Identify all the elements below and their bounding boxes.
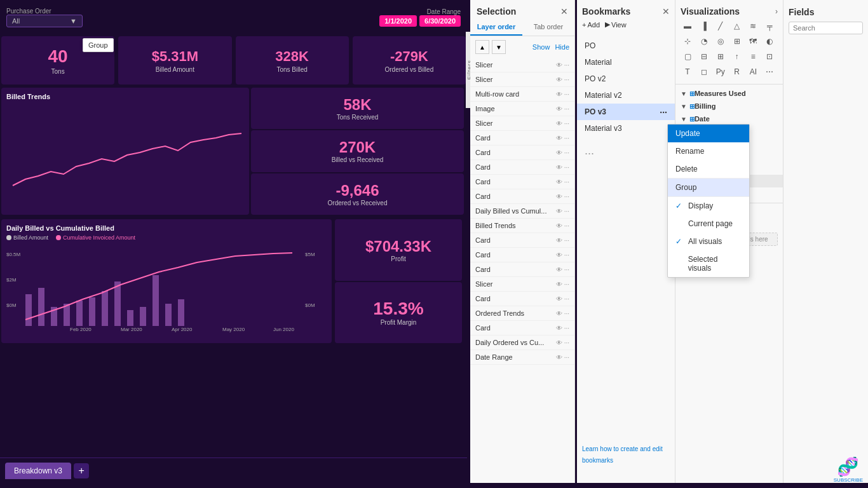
- kpi-profit-margin[interactable]: 15.3% Profit Margin: [335, 282, 462, 344]
- viz-icon-python[interactable]: Py: [714, 65, 728, 79]
- viz-icon-text[interactable]: T: [681, 65, 695, 79]
- bookmarks-more[interactable]: ...: [577, 142, 675, 163]
- bookmarks-panel-close[interactable]: ✕: [662, 6, 670, 17]
- viz-icon-matrix[interactable]: ⊞: [714, 50, 728, 64]
- date-start-input[interactable]: 1/1/2020: [379, 15, 417, 27]
- bookmarks-panel: Bookmarks ✕ + Add ▶ View PO Material PO …: [577, 0, 675, 483]
- viz-icon-area[interactable]: △: [730, 19, 744, 33]
- list-item[interactable]: Card👁 ···: [470, 160, 574, 175]
- tab-breakdown-v3[interactable]: Breakdown v3: [5, 463, 71, 479]
- date-inputs: 1/1/2020 6/30/2020: [379, 15, 461, 27]
- kpi-card-ordered-billed[interactable]: -279K Ordered vs Billed: [353, 36, 466, 85]
- list-item[interactable]: Billed Trends👁 ···: [470, 219, 574, 233]
- ctx-all-visuals[interactable]: ✓ All visuals: [668, 233, 749, 250]
- svg-text:$0M: $0M: [305, 302, 315, 308]
- list-item[interactable]: Card👁 ···: [470, 292, 574, 306]
- tab-bar: Breakdown v3 +: [0, 458, 467, 483]
- viz-icon-ribbon[interactable]: ≋: [746, 19, 760, 33]
- list-item[interactable]: Ordered Trends👁 ···: [470, 306, 574, 321]
- kpi-card-billed[interactable]: $5.31M Billed Amount: [118, 36, 231, 85]
- kpi-profit[interactable]: $704.33K Profit: [335, 219, 462, 281]
- ctx-delete[interactable]: Delete: [668, 160, 749, 178]
- list-item[interactable]: Slicer👁 ···: [470, 72, 574, 87]
- tab-layer-order[interactable]: Layer order: [470, 19, 522, 36]
- bookmark-more-icon[interactable]: ···: [660, 107, 667, 118]
- kpi-billed-received[interactable]: 270K Billed vs Received: [251, 130, 464, 172]
- tab-add-button[interactable]: +: [74, 463, 89, 478]
- bookmark-po[interactable]: PO: [577, 37, 675, 54]
- bookmarks-view-button[interactable]: ▶ View: [605, 20, 627, 29]
- list-item[interactable]: Card👁 ···: [470, 131, 574, 146]
- ctx-selected-visuals[interactable]: ✓ Selected visuals: [668, 250, 749, 277]
- ctx-update[interactable]: Update: [668, 125, 749, 142]
- bookmark-po-v2[interactable]: PO v2: [577, 71, 675, 87]
- bookmark-po-v3[interactable]: PO v3 ···: [577, 104, 675, 120]
- list-item[interactable]: Slicer👁 ···: [470, 58, 574, 72]
- bookmark-material[interactable]: Material: [577, 54, 675, 71]
- viz-icon-shape[interactable]: ◻: [697, 65, 711, 79]
- ctx-display[interactable]: ✓ Display: [668, 197, 749, 215]
- viz-icon-treemap[interactable]: ⊞: [730, 34, 744, 48]
- subscribe-button[interactable]: 🧬 SUBSCRIBE: [834, 456, 863, 483]
- list-item[interactable]: Daily Billed vs Cumul...👁 ···: [470, 204, 574, 219]
- viz-icon-r[interactable]: R: [730, 65, 744, 79]
- viz-icon-card[interactable]: ▢: [681, 50, 695, 64]
- viz-icon-line[interactable]: ╱: [714, 19, 728, 33]
- purchase-order-select[interactable]: All ▼: [6, 15, 83, 27]
- kpi-tons-received[interactable]: 58K Tons Received: [251, 88, 464, 129]
- viz-icon-column[interactable]: ▐: [697, 19, 711, 33]
- selection-panel-close[interactable]: ✕: [560, 6, 568, 17]
- viz-icon-gauge[interactable]: ◐: [763, 34, 776, 48]
- kpi-tons-value: 40: [48, 46, 68, 67]
- list-item[interactable]: Daily Ordered vs Cu...👁 ···: [470, 336, 574, 350]
- list-item[interactable]: Date Range👁 ···: [470, 350, 574, 365]
- viz-icon-map[interactable]: 🗺: [746, 34, 760, 48]
- list-item[interactable]: Card👁 ···: [470, 189, 574, 204]
- bookmarks-add-button[interactable]: + Add: [582, 20, 600, 29]
- ctx-group[interactable]: Group: [668, 179, 749, 196]
- list-item[interactable]: Card👁 ···: [470, 146, 574, 160]
- viz-icon-donut[interactable]: ◎: [714, 34, 728, 48]
- list-item[interactable]: Card👁 ···: [470, 248, 574, 262]
- viz-icon-table[interactable]: ⊟: [697, 50, 711, 64]
- bookmark-material-v3[interactable]: Material v3: [577, 120, 675, 137]
- big-chart-legend: Billed Amount Cumulative Invoiced Amount: [6, 234, 327, 241]
- bookmarks-learn-link[interactable]: Learn how to create and edit bookmarks: [577, 437, 675, 470]
- viz-icon-scatter[interactable]: ⊹: [681, 34, 695, 48]
- svg-text:May 2020: May 2020: [222, 327, 245, 332]
- viz-billing-header[interactable]: ▼ ⊞ Billing: [675, 100, 783, 112]
- list-item[interactable]: Slicer👁 ···: [470, 277, 574, 292]
- billed-trends-chart[interactable]: Billed Trends: [1, 88, 249, 215]
- hide-label[interactable]: Hide: [555, 43, 569, 51]
- viz-icon-more[interactable]: ⋯: [763, 65, 776, 79]
- viz-icon-pie[interactable]: ◔: [697, 34, 711, 48]
- reorder-up-button[interactable]: ▲: [475, 40, 489, 54]
- list-item[interactable]: Card👁 ···: [470, 175, 574, 189]
- viz-icon-kpi[interactable]: ↑: [730, 50, 744, 64]
- viz-date-header[interactable]: ▼ ⊞ Date: [675, 112, 783, 125]
- big-chart[interactable]: Daily Billed vs Cumulative Billed Billed…: [1, 219, 332, 343]
- tab-tab-order[interactable]: Tab order: [522, 19, 574, 36]
- kpi-ordered-received[interactable]: -9,646 Ordered vs Received: [251, 173, 464, 215]
- viz-icon-slicer[interactable]: ≡: [746, 50, 760, 64]
- ctx-current-page[interactable]: ✓ Current page: [668, 215, 749, 233]
- list-item[interactable]: Multi-row card👁 ···: [470, 87, 574, 102]
- list-item[interactable]: Card👁 ···: [470, 262, 574, 277]
- viz-icon-waterfall[interactable]: ╤: [763, 19, 776, 33]
- viz-panel-expand[interactable]: ›: [775, 7, 778, 16]
- list-item[interactable]: Card👁 ···: [470, 321, 574, 336]
- date-end-input[interactable]: 6/30/2020: [419, 15, 461, 27]
- viz-icon-bar[interactable]: ▬: [681, 19, 695, 33]
- list-item[interactable]: Image👁 ···: [470, 102, 574, 116]
- bookmark-material-v2[interactable]: Material v2: [577, 87, 675, 104]
- list-item[interactable]: Slicer👁 ···: [470, 116, 574, 131]
- show-label[interactable]: Show: [532, 43, 550, 51]
- fields-search-input[interactable]: [789, 22, 863, 34]
- kpi-card-tons-billed[interactable]: 328K Tons Billed: [236, 36, 349, 85]
- viz-icon-ai[interactable]: AI: [746, 65, 760, 79]
- viz-icon-image[interactable]: ⊡: [763, 50, 776, 64]
- ctx-rename[interactable]: Rename: [668, 142, 749, 160]
- viz-measures-header[interactable]: ▼ ⊞ Measures Used: [675, 87, 783, 100]
- list-item[interactable]: Card👁 ···: [470, 233, 574, 248]
- reorder-down-button[interactable]: ▼: [492, 40, 506, 54]
